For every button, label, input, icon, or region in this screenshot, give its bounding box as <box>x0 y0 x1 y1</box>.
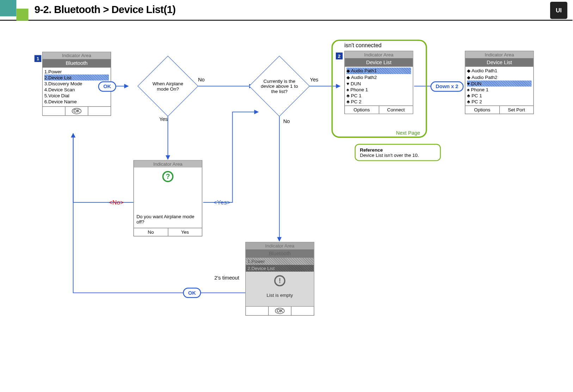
branch-no-label: No <box>198 76 205 82</box>
softkey-left[interactable] <box>246 307 268 315</box>
decision-airplane-mode: When Airplane mode On? <box>142 60 194 112</box>
menu-item[interactable]: 6.Device Name <box>44 99 109 105</box>
caption-not-connected: isn't connected <box>344 42 381 49</box>
softkey-bar: Options Connect <box>345 105 413 114</box>
screen3-title: Device List <box>465 58 533 67</box>
header-accent-green <box>16 8 28 20</box>
softkey-center[interactable]: OK <box>268 307 291 315</box>
reference-note: Reference Device List isn't over the 10. <box>355 144 441 161</box>
screen3-list: ◆ Audio Path1 ◆ Audio Path2 ♥ DUN ♠ Phon… <box>465 67 533 105</box>
softkey-no[interactable]: No <box>134 228 168 236</box>
down-action-pill: Down x 2 <box>431 81 464 92</box>
list-item[interactable]: ♠ Phone 1 <box>467 87 531 93</box>
screen2-pane: Indicator Area Device List ◆ Audio Path1… <box>344 51 413 114</box>
list-item[interactable]: ♣ PC 1 <box>467 93 531 99</box>
menu-item-selected[interactable]: 2.Device List <box>44 74 109 80</box>
softkey-left[interactable]: Options <box>345 106 378 114</box>
list-item[interactable]: ♣ PC 1 <box>346 93 411 99</box>
branch-yes-tag: <Yes> <box>214 199 230 206</box>
list-item[interactable]: ◆ Audio Path1 <box>467 68 531 74</box>
softkey-left[interactable] <box>43 107 65 115</box>
reference-title: Reference <box>360 147 436 153</box>
screen2-list: ◆ Audio Path1 ◆ Audio Path2 ♥ DUN ♠ Phon… <box>345 67 413 105</box>
screen2-title: Device List <box>345 58 413 67</box>
popup-message: Do you want Airplane mode off? <box>136 214 199 224</box>
list-item-selected[interactable]: ♥ DUN <box>467 80 531 86</box>
indicator-area: Indicator Area <box>43 52 111 59</box>
softkey-right[interactable]: Set Port <box>499 106 533 114</box>
list-item[interactable]: ♥ DUN <box>346 80 411 86</box>
decision-device-exists: Currently is the device above 1 to the l… <box>253 60 305 112</box>
empty-popup: Indicator Area Bluetooth 1.Power 2.Devic… <box>245 242 314 316</box>
popup-content: ! List is empty <box>246 272 314 306</box>
screen1-title: Bluetooth <box>43 59 111 67</box>
softkey-left[interactable]: Options <box>465 106 499 114</box>
airplane-popup: Indicator Area ? Do you want Airplane mo… <box>134 160 202 236</box>
question-icon: ? <box>162 171 174 182</box>
screen2-badge: 2 <box>336 53 343 60</box>
timeout-label: 2's timeout <box>214 275 239 281</box>
softkey-bar: Options Set Port <box>465 105 533 114</box>
menu-item[interactable]: 1.Power <box>44 68 109 74</box>
softkey-center[interactable]: OK <box>65 107 88 115</box>
list-item[interactable]: ♣ PC 2 <box>467 99 531 105</box>
popup-title: Bluetooth <box>246 249 314 258</box>
softkey-bar: OK <box>43 106 111 116</box>
alert-icon: ! <box>274 275 285 287</box>
screen3-pane: Indicator Area Device List ◆ Audio Path1… <box>465 51 534 114</box>
branch-yes-label: Yes <box>159 116 168 122</box>
reference-text: Device List isn't over the 10. <box>360 152 436 158</box>
header-bar: 9-2. Bluetooth > Device List(1) UI <box>0 0 573 21</box>
indicator-area: Indicator Area <box>134 161 202 168</box>
branch-yes-label: Yes <box>310 76 318 82</box>
branch-no-label: No <box>283 118 290 124</box>
list-item[interactable]: ♣ PC 2 <box>346 99 411 105</box>
softkey-bar: No Yes <box>134 228 202 236</box>
screen1-badge: 1 <box>35 55 42 62</box>
softkey-right[interactable] <box>88 107 111 115</box>
softkey-right[interactable] <box>291 307 314 315</box>
indicator-area: Indicator Area <box>246 243 314 250</box>
menu-item[interactable]: 5.Voice Dial <box>44 93 109 99</box>
branch-no-tag: <No> <box>109 199 124 206</box>
indicator-area: Indicator Area <box>465 51 533 58</box>
brand-badge: UI <box>550 2 567 19</box>
indicator-area: Indicator Area <box>345 51 413 58</box>
ok-action-pill: OK <box>98 81 116 92</box>
popup-message: List is empty <box>247 289 312 304</box>
next-page-label: Next Page <box>396 130 420 136</box>
list-item-selected[interactable]: ◆ Audio Path1 <box>346 68 411 74</box>
popup-bg-list: 1.Power 2.Device List <box>246 258 314 272</box>
header-accent-teal <box>0 0 16 16</box>
softkey-right[interactable]: Connect <box>378 106 413 114</box>
list-item[interactable]: ♠ Phone 1 <box>346 87 411 93</box>
popup-body: ? Do you want Airplane mode off? <box>134 167 202 228</box>
list-item[interactable]: ◆ Audio Path2 <box>346 74 411 80</box>
softkey-yes[interactable]: Yes <box>168 228 202 236</box>
ok-action-pill: OK <box>183 288 201 298</box>
softkey-bar: OK <box>246 306 314 315</box>
list-item[interactable]: ◆ Audio Path2 <box>467 74 531 80</box>
page-title: 9-2. Bluetooth > Device List(1) <box>35 4 176 16</box>
